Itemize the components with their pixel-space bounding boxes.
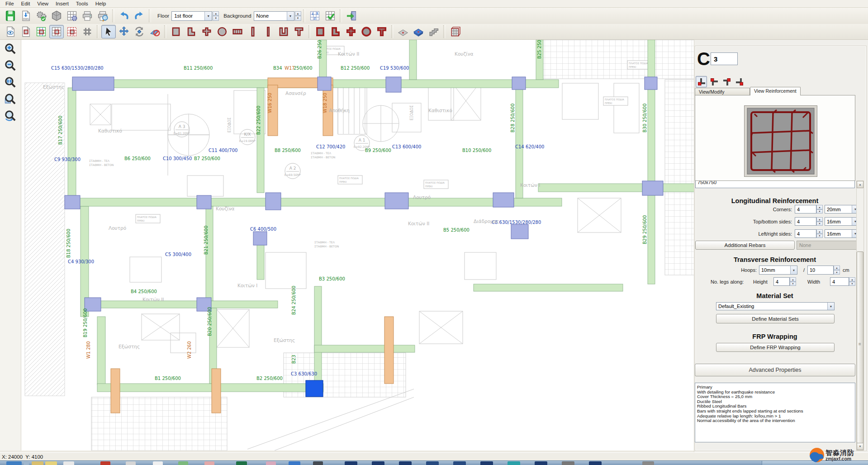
plan-beam[interactable] [68, 198, 562, 206]
print-preview-button[interactable] [95, 9, 110, 23]
grid-plan-button[interactable] [80, 25, 95, 38]
menu-view[interactable]: View [33, 0, 52, 7]
topbottom-spinner[interactable]: ▲▼ [816, 217, 823, 226]
hoops-spacing-spinner[interactable]: ▲▼ [834, 266, 840, 275]
background-spinner[interactable]: ▲▼ [295, 11, 301, 21]
taskbar-item[interactable] [562, 461, 574, 465]
wall-bar1-button[interactable] [246, 25, 260, 38]
plan-beam[interactable] [409, 40, 417, 80]
taskbar-item[interactable] [345, 461, 357, 465]
leftright-spinner[interactable]: ▲▼ [816, 229, 823, 238]
taskbar-item[interactable] [426, 461, 439, 465]
floor-spinner[interactable]: ▲▼ [213, 11, 219, 21]
advanced-properties-button[interactable]: Advanced Properties [695, 364, 855, 376]
plan-column[interactable] [65, 195, 80, 209]
hoops-spacing-input[interactable] [807, 266, 834, 275]
plan-beam[interactable] [86, 301, 278, 308]
plan-column[interactable] [645, 77, 657, 90]
plan-column[interactable] [72, 77, 114, 90]
menu-help[interactable]: Help [92, 0, 110, 7]
taskbar-item[interactable] [100, 461, 110, 465]
plan-beam[interactable] [538, 184, 694, 192]
taskbar-item[interactable] [204, 461, 214, 465]
plan-beam[interactable] [516, 88, 523, 198]
taskbar-item[interactable] [24, 461, 29, 465]
taskbar-item[interactable] [642, 461, 654, 465]
leftright-count-input[interactable] [795, 229, 816, 238]
plan-beam[interactable] [97, 317, 105, 384]
zoom-window-button[interactable] [2, 91, 19, 107]
taskbar-item[interactable] [266, 461, 276, 465]
menu-tools[interactable]: Tools [72, 0, 92, 7]
material-set-dropdown[interactable]: Default_Existing ▼ [716, 302, 835, 310]
wall-bar2-button[interactable] [261, 25, 275, 38]
plan-column[interactable] [318, 77, 331, 90]
building-3d-button[interactable] [448, 25, 462, 38]
plan-column[interactable] [493, 193, 514, 207]
taskbar-item[interactable] [589, 461, 602, 465]
zoom-dynamic-button[interactable] [2, 108, 19, 123]
scroll-up-icon[interactable]: ▲ [857, 181, 863, 188]
hoops-diameter-dropdown[interactable]: 10mm ▼ [759, 266, 797, 275]
slab-flat-button[interactable] [396, 25, 410, 38]
taskbar-item[interactable] [535, 461, 547, 465]
corners-diameter-dropdown[interactable]: 20mm ▼ [825, 205, 859, 214]
legs-width-spinner[interactable]: ▲▼ [849, 277, 855, 286]
plan-column[interactable] [266, 193, 281, 210]
jacket-circle-button[interactable] [359, 25, 374, 38]
define-material-sets-button[interactable]: Define Material Sets [716, 314, 835, 323]
plan-column[interactable] [642, 181, 663, 195]
taskbar-item[interactable] [313, 461, 323, 465]
scrollbar-thumb[interactable] [857, 251, 863, 443]
delete-button[interactable] [147, 25, 162, 38]
dwg-column-button[interactable] [19, 25, 33, 38]
legs-height-spinner[interactable]: ▲▼ [790, 277, 796, 286]
plan-column[interactable] [386, 77, 401, 92]
plan-beam[interactable] [474, 284, 623, 291]
taskbar-item[interactable] [508, 461, 520, 465]
plan-column[interactable] [385, 193, 408, 209]
orient-tl-button[interactable] [734, 76, 745, 87]
define-frp-wrapping-button[interactable]: Define FRP Wrapping [716, 343, 835, 352]
plan-beam[interactable] [314, 345, 415, 352]
plan-beam[interactable] [648, 88, 655, 184]
chevron-down-icon[interactable]: ▼ [790, 266, 797, 274]
menu-file[interactable]: File [2, 0, 18, 7]
chevron-down-icon[interactable]: ▼ [827, 303, 834, 310]
corners-count-input[interactable] [795, 205, 816, 214]
additional-rebars-button[interactable]: Additional Rebars [695, 241, 795, 250]
legs-width-input[interactable] [830, 277, 849, 286]
jacket-rect-button[interactable] [313, 25, 327, 38]
zoom-extents-button[interactable] [2, 75, 19, 90]
taskbar-item[interactable] [399, 461, 412, 465]
column-circle-button[interactable] [215, 25, 229, 38]
taskbar-item[interactable] [372, 461, 384, 465]
rotate-button[interactable] [132, 25, 147, 38]
background-dropdown[interactable]: None ▼ [254, 11, 294, 21]
chevron-down-icon[interactable]: ▼ [287, 12, 294, 20]
wall-section-button[interactable] [230, 25, 245, 38]
plan-wall[interactable] [384, 317, 394, 384]
plan-column[interactable] [511, 224, 528, 239]
taskbar-item[interactable] [126, 461, 136, 465]
plan-beam[interactable] [648, 192, 655, 284]
leftright-diameter-dropdown[interactable]: 16mm ▼ [825, 229, 859, 238]
save-button[interactable] [3, 9, 18, 23]
grid-column-color-button[interactable] [34, 25, 48, 38]
jacket-tee-button[interactable] [375, 25, 389, 38]
section-size-item[interactable]: 750x750 [696, 180, 854, 185]
column-tee-button[interactable] [292, 25, 306, 38]
tab-view-modify-geometry[interactable]: View/Modify Geometry [695, 88, 750, 95]
exit-button[interactable] [344, 9, 359, 23]
plan-beam[interactable] [68, 88, 76, 206]
chevron-down-icon[interactable]: ▼ [204, 12, 212, 20]
taskbar-item[interactable] [236, 461, 247, 465]
taskbar-item[interactable] [63, 461, 74, 465]
jacket-cross-button[interactable] [344, 25, 358, 38]
move-button[interactable] [117, 25, 131, 38]
settings-check-button[interactable] [34, 9, 48, 23]
topbottom-diameter-dropdown[interactable]: 16mm ▼ [825, 217, 859, 226]
zoom-out-button[interactable] [2, 58, 19, 73]
slab-solid-button[interactable] [411, 25, 426, 38]
column-t-button[interactable] [199, 25, 214, 38]
